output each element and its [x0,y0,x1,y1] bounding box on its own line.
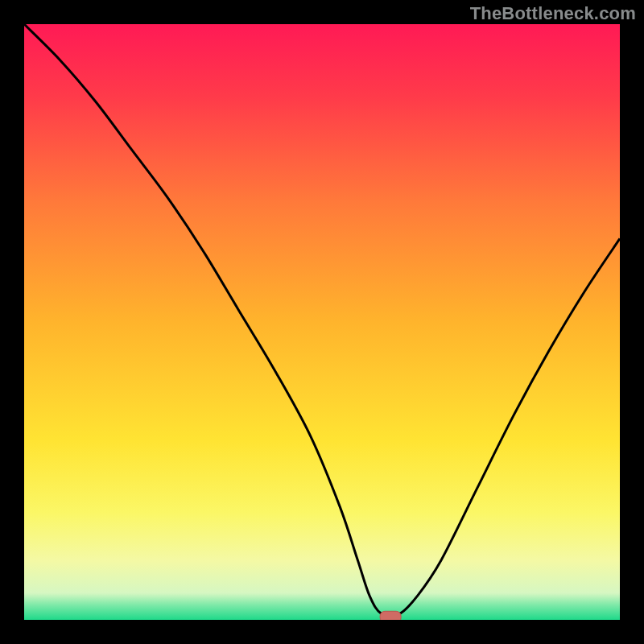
optimal-point-marker [380,611,401,620]
watermark-text: TheBottleneck.com [470,3,636,24]
plot-svg [24,24,620,620]
chart-frame: TheBottleneck.com [0,0,644,644]
gradient-background [24,24,620,620]
plot-area [24,24,620,620]
